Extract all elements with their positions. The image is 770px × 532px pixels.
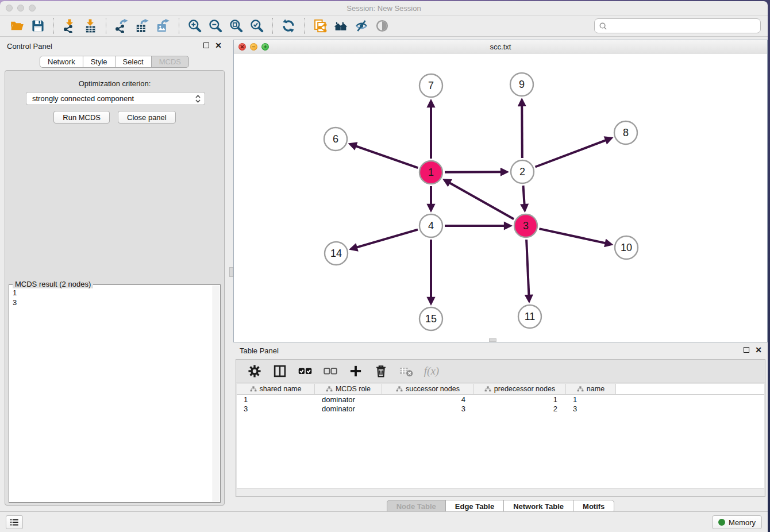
network-graph: 7968124314101511 (234, 53, 767, 342)
column-header-label: MCDS role (336, 385, 371, 393)
save-session-icon[interactable] (29, 18, 47, 34)
graph-node-14[interactable]: 14 (325, 242, 348, 265)
hide-visual-icon[interactable] (353, 18, 370, 34)
column-header-name[interactable]: name (566, 384, 616, 394)
delete-table-icon[interactable] (398, 363, 415, 379)
add-icon[interactable] (347, 363, 364, 379)
graph-node-4[interactable]: 4 (419, 214, 442, 237)
result-scrollbar[interactable] (213, 286, 220, 502)
edge-1-2[interactable] (445, 172, 506, 172)
home-icon[interactable] (332, 18, 349, 34)
node-label: 11 (525, 311, 536, 322)
memory-button[interactable]: Memory (712, 515, 762, 529)
show-visual-icon[interactable] (374, 18, 391, 34)
mcds-result-lines[interactable]: 13 (13, 286, 212, 501)
column-header-successor-nodes[interactable]: successor nodes (382, 384, 474, 394)
graph-node-2[interactable]: 2 (511, 160, 534, 183)
control-panel-float-icon[interactable] (203, 43, 209, 48)
column-header-shared-name[interactable]: shared name (237, 384, 315, 394)
network-canvas[interactable]: 7968124314101511 (234, 53, 767, 342)
column-header-label: name (587, 385, 605, 393)
graph-node-15[interactable]: 15 (419, 307, 442, 330)
search-input[interactable] (610, 22, 756, 30)
table-panel: Table Panel ✕ f(x) shared nameMCDS roles… (233, 344, 768, 511)
memory-status-dot (718, 519, 725, 526)
graph-node-6[interactable]: 6 (324, 128, 347, 151)
node-label: 2 (519, 166, 525, 178)
cell-predecessor-nodes: 1 (474, 395, 566, 404)
network-view-frame: ✕ − + scc.txt 7968124314101511 (233, 40, 768, 342)
criterion-dropdown-value: strongly connected component (32, 94, 195, 103)
zoom-fit-icon[interactable] (228, 18, 245, 34)
node-label: 6 (333, 133, 338, 145)
function-icon[interactable]: f(x) (423, 363, 440, 379)
cell-predecessor-nodes: 2 (474, 404, 566, 413)
column-header-label: predecessor nodes (494, 385, 555, 393)
open-session-icon[interactable] (9, 18, 26, 34)
export-image-icon[interactable] (155, 18, 172, 34)
search-box[interactable] (594, 18, 761, 33)
table-row[interactable]: 3dominator323 (237, 404, 764, 413)
panel-splitter-grip[interactable] (229, 267, 233, 277)
edge-2-8[interactable] (536, 138, 611, 167)
tab-mcds[interactable]: MCDS (151, 56, 189, 68)
delete-icon[interactable] (372, 363, 390, 379)
close-panel-button[interactable]: Close panel (118, 111, 176, 124)
network-frame-titlebar[interactable]: ✕ − + scc.txt (234, 40, 767, 53)
list-icon (9, 517, 20, 527)
table-horizontal-scrollbar[interactable] (237, 488, 764, 496)
graph-node-8[interactable]: 8 (614, 121, 637, 144)
criterion-dropdown[interactable]: strongly connected component (26, 92, 205, 105)
edge-3-11[interactable] (526, 240, 529, 300)
zoom-in-icon[interactable] (186, 18, 203, 34)
graph-node-10[interactable]: 10 (615, 236, 638, 259)
edge-1-6[interactable] (351, 144, 418, 168)
toolbar-separator (272, 18, 273, 34)
edge-4-14[interactable] (352, 230, 418, 249)
node-label: 1 (428, 167, 434, 178)
zoom-selected-icon[interactable] (248, 18, 265, 34)
graph-node-1[interactable]: 1 (419, 161, 442, 184)
edge-3-10[interactable] (540, 229, 611, 244)
table-toolbar: f(x) (236, 360, 765, 383)
node-table-container: f(x) shared nameMCDS rolesuccessor nodes… (236, 359, 765, 497)
tab-style[interactable]: Style (83, 56, 116, 68)
graph-node-11[interactable]: 11 (518, 305, 541, 328)
column-header-MCDS-role[interactable]: MCDS role (315, 384, 382, 394)
edge-3-1[interactable] (445, 180, 514, 219)
task-history-button[interactable] (6, 515, 23, 529)
window-title: Session: New Session (0, 4, 768, 13)
column-header-predecessor-nodes[interactable]: predecessor nodes (474, 384, 566, 394)
frame-resize-grip[interactable] (489, 338, 496, 342)
toolbar-separator (53, 18, 54, 34)
import-table-icon[interactable] (82, 18, 99, 34)
tab-network[interactable]: Network (40, 56, 83, 68)
select-all-icon[interactable] (297, 363, 314, 379)
deselect-all-icon[interactable] (322, 363, 339, 379)
cell-shared-name: 3 (237, 404, 315, 413)
gear-icon[interactable] (246, 363, 263, 379)
table-panel-float-icon[interactable] (744, 347, 749, 353)
node-label: 9 (519, 79, 525, 90)
graph-node-3[interactable]: 3 (514, 214, 537, 237)
export-table-icon[interactable] (134, 18, 151, 34)
export-network-icon[interactable] (113, 18, 130, 34)
table-panel-close-icon[interactable]: ✕ (755, 347, 762, 353)
split-pane-icon[interactable] (271, 363, 288, 379)
table-row[interactable]: 1dominator411 (237, 395, 764, 404)
run-mcds-button[interactable]: Run MCDS (53, 111, 110, 124)
node-label: 7 (428, 80, 434, 91)
column-header-label: shared name (260, 385, 302, 393)
clone-network-icon[interactable] (311, 18, 329, 34)
graph-node-9[interactable]: 9 (510, 73, 533, 96)
edge-2-3[interactable] (523, 186, 525, 210)
tab-select[interactable]: Select (115, 56, 152, 68)
edge-2-9[interactable] (522, 101, 522, 158)
refresh-icon[interactable] (280, 18, 297, 34)
control-panel-close-icon[interactable]: ✕ (215, 43, 222, 48)
zoom-out-icon[interactable] (207, 18, 224, 34)
cell-successor-nodes: 3 (382, 404, 474, 413)
mcds-panel: Optimization criterion: strongly connect… (5, 70, 225, 506)
import-network-icon[interactable] (61, 18, 78, 34)
graph-node-7[interactable]: 7 (419, 74, 442, 97)
